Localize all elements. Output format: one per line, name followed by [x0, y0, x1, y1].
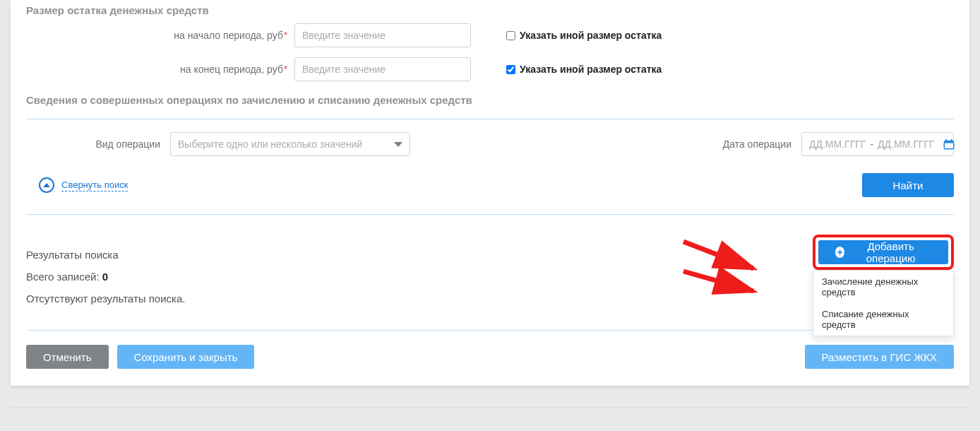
plus-circle-icon: +	[835, 247, 844, 258]
other-balance-start-label: Указать иной размер остатка	[520, 30, 662, 41]
add-operation-label: Добавить операцию	[850, 240, 931, 264]
operation-date-range[interactable]: ДД.ММ.ГГГГ - ДД.ММ.ГГГГ	[801, 132, 954, 156]
other-balance-end-label: Указать иной размер остатка	[520, 64, 662, 75]
results-total-count: 0	[102, 271, 108, 283]
chevron-up-circle-icon	[39, 177, 54, 193]
add-operation-button[interactable]: + Добавить операцию	[818, 240, 948, 264]
menu-item-debit[interactable]: Списание денежных средств	[813, 303, 953, 336]
divider	[26, 119, 954, 119]
date-to-placeholder: ДД.ММ.ГГГГ	[878, 138, 934, 150]
page-divider	[11, 407, 969, 408]
svg-rect-3	[951, 139, 952, 142]
balance-heading: Размер остатка денежных средств	[26, 0, 954, 23]
operations-heading: Сведения о совершенных операциях по зачи…	[26, 91, 954, 113]
period-start-input[interactable]	[294, 23, 471, 47]
period-end-input[interactable]	[294, 57, 471, 81]
date-from-placeholder: ДД.ММ.ГГГГ	[809, 138, 866, 150]
other-balance-end-checkbox[interactable]	[506, 65, 515, 74]
required-mark: *	[284, 64, 287, 74]
add-operation-menu: Зачисление денежных средств Списание ден…	[813, 270, 954, 336]
cancel-button[interactable]: Отменить	[26, 345, 109, 369]
required-mark: *	[284, 30, 287, 40]
annotation-highlight: + Добавить операцию	[813, 235, 954, 270]
calendar-icon[interactable]	[943, 138, 955, 150]
other-balance-start-wrap[interactable]: Указать иной размер остатка	[506, 30, 662, 41]
date-range-separator: -	[870, 138, 873, 150]
publish-button[interactable]: Разместить в ГИС ЖКХ	[805, 345, 954, 369]
period-end-label: на конец периода, руб*	[26, 64, 287, 75]
menu-item-credit[interactable]: Зачисление денежных средств	[813, 271, 953, 303]
chevron-down-icon	[394, 142, 402, 147]
find-button[interactable]: Найти	[862, 173, 954, 197]
divider	[26, 214, 954, 215]
collapse-search-label: Свернуть поиск	[61, 179, 128, 191]
operation-type-placeholder: Выберите одно или несколько значений	[178, 138, 362, 150]
svg-rect-1	[945, 143, 955, 149]
collapse-search-link[interactable]: Свернуть поиск	[39, 177, 128, 193]
operation-type-label: Вид операции	[26, 138, 160, 150]
save-close-button[interactable]: Сохранить и закрыть	[117, 345, 255, 369]
other-balance-end-wrap[interactable]: Указать иной размер остатка	[506, 64, 662, 75]
operation-type-select[interactable]: Выберите одно или несколько значений	[170, 132, 410, 156]
period-start-label: на начало периода, руб*	[26, 30, 287, 41]
other-balance-start-checkbox[interactable]	[506, 31, 515, 40]
operation-date-label: Дата операции	[723, 138, 791, 150]
svg-rect-2	[946, 139, 948, 142]
